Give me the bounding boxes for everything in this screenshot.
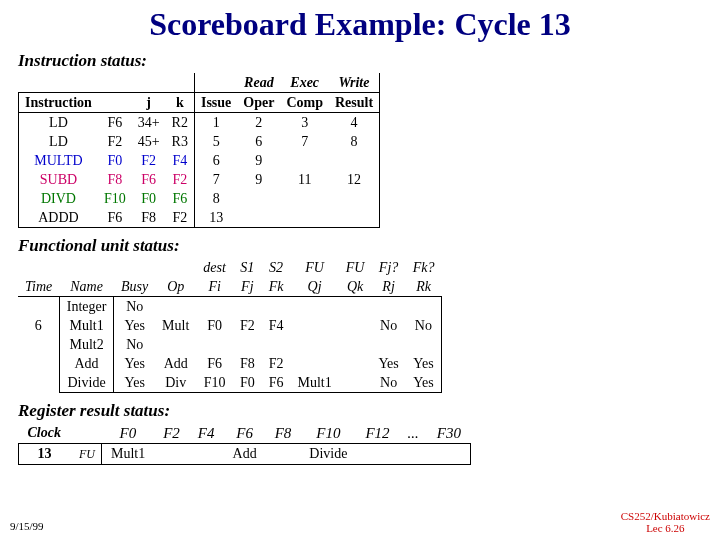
fu-col-qk: Qk <box>339 277 372 297</box>
fu-op: Mult <box>155 316 196 335</box>
fu-col-fi: Fi <box>196 277 233 297</box>
instr-j: F8 <box>132 208 166 228</box>
instr-oper <box>237 208 280 228</box>
fu-op <box>155 297 196 317</box>
fu-busy: No <box>114 297 155 317</box>
instr-dst: F10 <box>98 189 132 208</box>
fu-rk <box>406 297 442 317</box>
col-comp: Comp <box>280 93 329 113</box>
fu-col-rk: Rk <box>406 277 442 297</box>
reg-col: F2 <box>154 423 189 444</box>
instr-comp: 7 <box>280 132 329 151</box>
footer-line1: CS252/Kubiatowicz <box>621 510 710 522</box>
fu-col-fuqj: FU <box>291 258 339 277</box>
instr-k: R3 <box>166 132 195 151</box>
fu-time <box>18 354 59 373</box>
fu-label: FU <box>70 444 102 465</box>
fu-time: 6 <box>18 316 59 335</box>
fu-fk <box>262 297 291 317</box>
instr-op: SUBD <box>19 170 98 189</box>
reg-col: F6 <box>224 423 266 444</box>
fu-col-s2: S2 <box>262 258 291 277</box>
fu-fj: F0 <box>233 373 262 393</box>
fu-busy: Yes <box>114 316 155 335</box>
instr-issue: 6 <box>194 151 237 170</box>
reg-col: F4 <box>189 423 224 444</box>
instruction-status-table: Read Exec Write Instruction j k Issue Op… <box>18 73 720 228</box>
fu-col-time: Time <box>18 277 59 297</box>
instr-issue: 8 <box>194 189 237 208</box>
instr-op: LD <box>19 132 98 151</box>
instr-j: F6 <box>132 170 166 189</box>
fu-qk <box>339 354 372 373</box>
instr-op: MULTD <box>19 151 98 170</box>
fu-col-fuqk: FU <box>339 258 372 277</box>
instr-result: 4 <box>329 113 380 133</box>
reg-col: F12 <box>356 423 398 444</box>
fu-col-rj: Rj <box>371 277 405 297</box>
instr-issue: 13 <box>194 208 237 228</box>
instr-oper: 6 <box>237 132 280 151</box>
reg-val <box>266 444 301 465</box>
reg-val: Mult1 <box>101 444 154 465</box>
fu-fj: F2 <box>233 316 262 335</box>
instr-issue: 7 <box>194 170 237 189</box>
fu-fi <box>196 335 233 354</box>
clock-label: Clock <box>19 423 70 444</box>
fu-fk: F6 <box>262 373 291 393</box>
fu-fk: F4 <box>262 316 291 335</box>
fu-name: Mult2 <box>59 335 114 354</box>
instr-k: F2 <box>166 208 195 228</box>
fu-col-op: Op <box>155 277 196 297</box>
fu-col-fkq: Fk? <box>406 258 442 277</box>
reg-col: F0 <box>101 423 154 444</box>
fu-name: Add <box>59 354 114 373</box>
instr-k: R2 <box>166 113 195 133</box>
slide-title: Scoreboard Example: Cycle 13 <box>0 0 720 43</box>
fu-col-fj: Fj <box>233 277 262 297</box>
instr-op: DIVD <box>19 189 98 208</box>
instr-comp <box>280 189 329 208</box>
fu-rk <box>406 335 442 354</box>
fu-op: Add <box>155 354 196 373</box>
col-issue: Issue <box>194 93 237 113</box>
instr-result <box>329 189 380 208</box>
reg-val <box>399 444 428 465</box>
fu-rk: Yes <box>406 373 442 393</box>
instr-dst: F2 <box>98 132 132 151</box>
col-super-read: Read <box>237 73 280 93</box>
fu-fi: F0 <box>196 316 233 335</box>
fu-name: Integer <box>59 297 114 317</box>
reg-val <box>428 444 470 465</box>
reg-val: Add <box>224 444 266 465</box>
instr-comp: 3 <box>280 113 329 133</box>
fu-rj <box>371 297 405 317</box>
fu-fj <box>233 297 262 317</box>
instr-dst: F0 <box>98 151 132 170</box>
reg-col: F30 <box>428 423 470 444</box>
fu-fk: F2 <box>262 354 291 373</box>
instr-result: 12 <box>329 170 380 189</box>
instr-dst: F8 <box>98 170 132 189</box>
fu-op: Div <box>155 373 196 393</box>
instr-result <box>329 151 380 170</box>
fu-col-fk: Fk <box>262 277 291 297</box>
fu-rj: No <box>371 316 405 335</box>
fu-col-qj: Qj <box>291 277 339 297</box>
instr-op: ADDD <box>19 208 98 228</box>
fu-busy: No <box>114 335 155 354</box>
reg-val: Divide <box>300 444 356 465</box>
instr-k: F6 <box>166 189 195 208</box>
instr-oper: 9 <box>237 170 280 189</box>
reg-col: F10 <box>300 423 356 444</box>
fu-fi: F6 <box>196 354 233 373</box>
fu-qj <box>291 297 339 317</box>
fu-rk: Yes <box>406 354 442 373</box>
fu-time <box>18 373 59 393</box>
fu-qj: Mult1 <box>291 373 339 393</box>
col-result: Result <box>329 93 380 113</box>
instr-k: F2 <box>166 170 195 189</box>
fu-col-s1: S1 <box>233 258 262 277</box>
reg-col: F8 <box>266 423 301 444</box>
fu-rj: No <box>371 373 405 393</box>
